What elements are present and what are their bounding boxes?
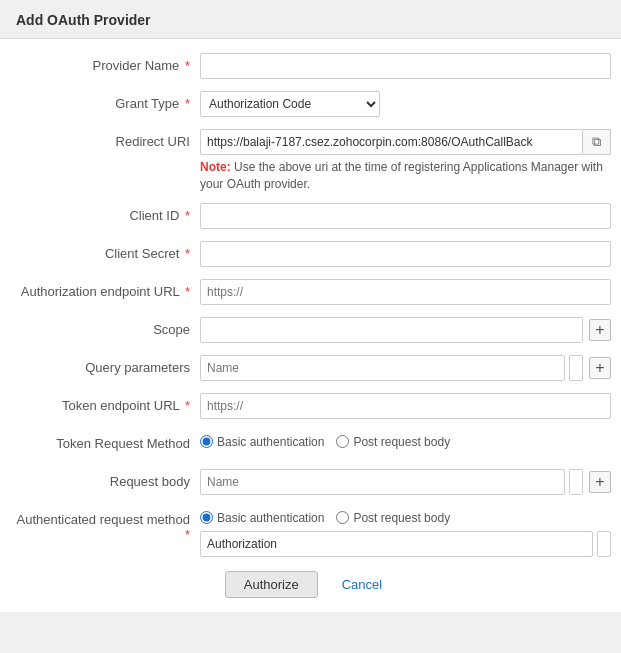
auth-endpoint-control (200, 279, 611, 305)
client-id-label: Client ID * (10, 203, 200, 223)
request-body-label: Request body (10, 469, 200, 489)
grant-type-control: Authorization Code Implicit (200, 91, 611, 117)
auth-method-radio-group: Basic authentication Post request body (200, 507, 611, 525)
token-post-body-option[interactable]: Post request body (336, 435, 450, 449)
query-value-input[interactable] (569, 355, 583, 381)
client-id-input[interactable] (200, 203, 611, 229)
cancel-button[interactable]: Cancel (328, 572, 396, 597)
request-body-row: Request body + (10, 469, 611, 497)
redirect-uri-note: Note: Use the above uri at the time of r… (200, 159, 611, 193)
required-marker: * (185, 527, 190, 542)
auth-request-method-control: Basic authentication Post request body (200, 507, 611, 557)
grant-type-row: Grant Type * Authorization Code Implicit (10, 91, 611, 119)
client-id-row: Client ID * (10, 203, 611, 231)
button-row: Authorize Cancel (10, 571, 611, 598)
copy-button[interactable]: ⧉ (583, 129, 611, 155)
auth-method-block: Basic authentication Post request body (200, 507, 611, 557)
provider-name-row: Provider Name * (10, 53, 611, 81)
redirect-uri-input[interactable] (200, 129, 583, 155)
copy-icon: ⧉ (592, 134, 601, 150)
redirect-uri-input-row: ⧉ (200, 129, 611, 155)
token-basic-auth-radio[interactable] (200, 435, 213, 448)
auth-endpoint-input[interactable] (200, 279, 611, 305)
client-id-control (200, 203, 611, 229)
required-marker: * (185, 246, 190, 261)
auth-request-method-row: Authenticated request method * Basic aut… (10, 507, 611, 557)
required-marker: * (185, 398, 190, 413)
scope-label: Scope (10, 317, 200, 337)
query-name-input[interactable] (200, 355, 565, 381)
auth-post-body-option[interactable]: Post request body (336, 511, 450, 525)
grant-type-label: Grant Type * (10, 91, 200, 111)
auth-endpoint-label: Authorization endpoint URL * (10, 279, 200, 299)
token-endpoint-input[interactable] (200, 393, 611, 419)
client-secret-row: Client Secret * (10, 241, 611, 269)
auth-basic-auth-radio[interactable] (200, 511, 213, 524)
request-body-name-input[interactable] (200, 469, 565, 495)
client-secret-control (200, 241, 611, 267)
scope-row: Scope + (10, 317, 611, 345)
auth-request-method-label: Authenticated request method * (10, 507, 200, 542)
redirect-uri-row: Redirect URI ⧉ Note: Use the above uri a… (10, 129, 611, 193)
auth-key-input[interactable] (200, 531, 593, 557)
provider-name-label: Provider Name * (10, 53, 200, 73)
provider-name-input[interactable] (200, 53, 611, 79)
client-secret-input[interactable] (200, 241, 611, 267)
token-post-body-radio[interactable] (336, 435, 349, 448)
required-marker: * (185, 208, 190, 223)
plus-icon: + (595, 321, 604, 339)
query-add-button[interactable]: + (589, 357, 611, 379)
request-body-input-row: + (200, 469, 611, 495)
token-basic-auth-option[interactable]: Basic authentication (200, 435, 324, 449)
query-params-control: + (200, 355, 611, 381)
auth-endpoint-row: Authorization endpoint URL * (10, 279, 611, 307)
auth-value-input[interactable] (597, 531, 611, 557)
token-endpoint-control (200, 393, 611, 419)
scope-add-button[interactable]: + (589, 319, 611, 341)
page-header: Add OAuth Provider (0, 0, 621, 39)
token-endpoint-row: Token endpoint URL * (10, 393, 611, 421)
request-body-add-button[interactable]: + (589, 471, 611, 493)
provider-name-control (200, 53, 611, 79)
form-container: Provider Name * Grant Type * Authorizati… (0, 39, 621, 612)
token-request-method-row: Token Request Method Basic authenticatio… (10, 431, 611, 459)
client-secret-label: Client Secret * (10, 241, 200, 261)
auth-post-body-radio[interactable] (336, 511, 349, 524)
scope-input-row: + (200, 317, 611, 343)
required-marker: * (185, 284, 190, 299)
auth-basic-auth-option[interactable]: Basic authentication (200, 511, 324, 525)
required-marker: * (185, 96, 190, 111)
request-body-value-input[interactable] (569, 469, 583, 495)
page-title: Add OAuth Provider (16, 12, 151, 28)
auth-fields-row (200, 531, 611, 557)
scope-control: + (200, 317, 611, 343)
token-request-method-control: Basic authentication Post request body (200, 431, 611, 449)
token-endpoint-label: Token endpoint URL * (10, 393, 200, 413)
query-params-label: Query parameters (10, 355, 200, 375)
plus-icon: + (595, 359, 604, 377)
page-container: Add OAuth Provider Provider Name * Grant… (0, 0, 621, 653)
redirect-uri-label: Redirect URI (10, 129, 200, 149)
redirect-uri-control: ⧉ Note: Use the above uri at the time of… (200, 129, 611, 193)
token-request-method-label: Token Request Method (10, 431, 200, 451)
query-params-row: Query parameters + (10, 355, 611, 383)
token-method-radio-group: Basic authentication Post request body (200, 431, 450, 449)
required-marker: * (185, 58, 190, 73)
query-params-input-row: + (200, 355, 611, 381)
authorize-button[interactable]: Authorize (225, 571, 318, 598)
plus-icon: + (595, 473, 604, 491)
grant-type-select[interactable]: Authorization Code Implicit (200, 91, 380, 117)
scope-input[interactable] (200, 317, 583, 343)
request-body-control: + (200, 469, 611, 495)
